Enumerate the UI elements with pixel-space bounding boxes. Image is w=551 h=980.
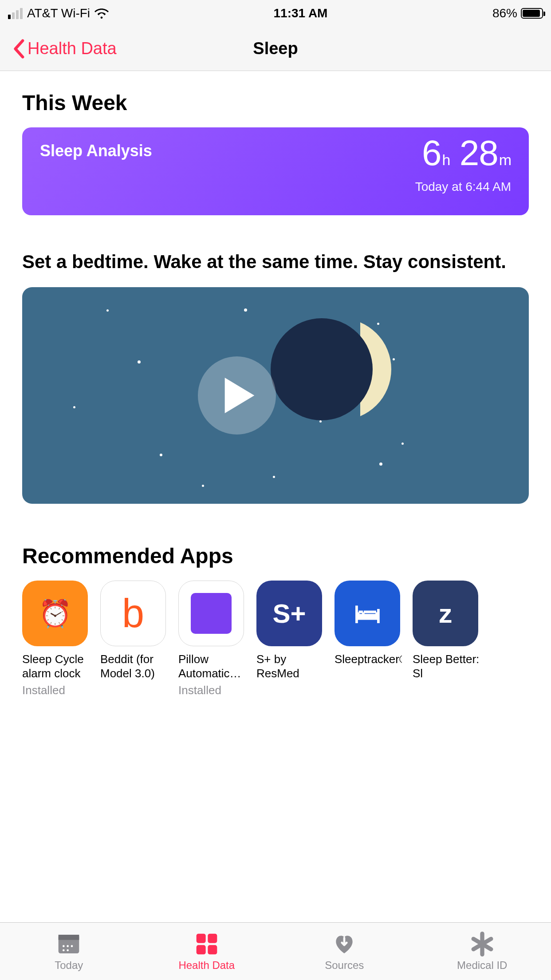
tab-label: Sources [325, 959, 364, 972]
play-icon [224, 378, 255, 413]
carrier-label: AT&T Wi-Fi [27, 6, 90, 20]
back-button[interactable]: Health Data [12, 39, 117, 59]
tab-label: Medical ID [457, 959, 507, 972]
play-button[interactable] [198, 356, 276, 435]
svg-point-5 [63, 949, 65, 951]
bedtime-video-card[interactable] [22, 287, 529, 504]
svg-rect-1 [59, 935, 79, 940]
app-item[interactable]: ⏰Sleep Cycle alarm clockInstalled [22, 581, 90, 697]
battery-icon [521, 8, 543, 19]
status-left-cluster: AT&T Wi-Fi [8, 6, 109, 20]
app-name-label: Sleep Cycle alarm clock [22, 652, 90, 681]
app-name-label: Beddit (for Model 3.0) [100, 652, 168, 681]
app-status-label: Installed [22, 684, 90, 697]
svg-rect-8 [208, 933, 217, 943]
app-name-label: Pillow Automatic… [178, 652, 246, 681]
tab-medical-id[interactable]: Medical ID [413, 923, 551, 980]
consistency-heading: Set a bedtime. Wake at the same time. St… [22, 251, 529, 273]
hours-value: 6 [422, 133, 441, 173]
battery-percent: 86% [492, 6, 517, 20]
sleep-duration: 6h 28m [415, 135, 511, 171]
tab-bar: Today Health Data Sources Medical ID [0, 922, 551, 980]
tab-label: Today [55, 959, 83, 972]
app-name-label: Sleeptracker® [335, 652, 402, 681]
sleep-analysis-card[interactable]: Sleep Analysis 6h 28m Today at 6:44 AM [22, 127, 529, 215]
app-item[interactable]: Pillow Automatic…Installed [178, 581, 246, 697]
card-subtitle: Today at 6:44 AM [415, 180, 511, 194]
app-item[interactable]: 🛏Sleeptracker® [335, 581, 402, 697]
app-icon [178, 581, 244, 646]
grid-icon [194, 932, 219, 956]
tab-sources[interactable]: Sources [276, 923, 413, 980]
moon-shadow-icon [271, 318, 373, 420]
app-icon: b [100, 581, 166, 646]
app-status-label: Installed [178, 684, 246, 697]
app-icon: z [413, 581, 478, 646]
svg-point-2 [63, 945, 65, 947]
svg-rect-9 [196, 945, 205, 954]
asterisk-icon [470, 932, 495, 956]
wifi-icon [94, 8, 109, 19]
minutes-unit: m [499, 151, 511, 168]
heart-down-icon [332, 932, 357, 956]
recommended-apps-heading: Recommended Apps [22, 544, 529, 568]
back-label: Health Data [28, 39, 117, 58]
app-item[interactable]: zSleep Better: Sl [413, 581, 480, 697]
app-icon: S+ [256, 581, 322, 646]
tab-today[interactable]: Today [0, 923, 138, 980]
cellular-signal-icon [8, 8, 23, 19]
calendar-icon [56, 932, 81, 956]
status-time: 11:31 AM [274, 6, 328, 20]
svg-point-3 [67, 945, 69, 947]
tab-health-data[interactable]: Health Data [138, 923, 276, 980]
svg-point-6 [67, 949, 69, 951]
hours-unit: h [442, 151, 450, 168]
card-value-cluster: 6h 28m Today at 6:44 AM [415, 135, 511, 194]
minutes-value: 28 [460, 133, 498, 173]
app-icon: ⏰ [22, 581, 88, 646]
status-bar: AT&T Wi-Fi 11:31 AM 86% [0, 0, 551, 27]
app-name-label: S+ by ResMed [256, 652, 324, 681]
app-name-label: Sleep Better: Sl [413, 652, 480, 681]
svg-rect-10 [208, 945, 217, 954]
status-right-cluster: 86% [492, 6, 543, 20]
tab-label: Health Data [178, 959, 235, 972]
svg-rect-7 [196, 933, 205, 943]
app-item[interactable]: bBeddit (for Model 3.0) [100, 581, 168, 697]
nav-bar: Health Data Sleep [0, 27, 551, 71]
apps-scroller[interactable]: ⏰Sleep Cycle alarm clockInstalledbBeddit… [22, 581, 529, 697]
chevron-left-icon [12, 39, 25, 59]
app-item[interactable]: S+S+ by ResMed [256, 581, 324, 697]
svg-point-4 [71, 945, 73, 947]
app-icon: 🛏 [335, 581, 400, 646]
this-week-heading: This Week [22, 91, 529, 115]
